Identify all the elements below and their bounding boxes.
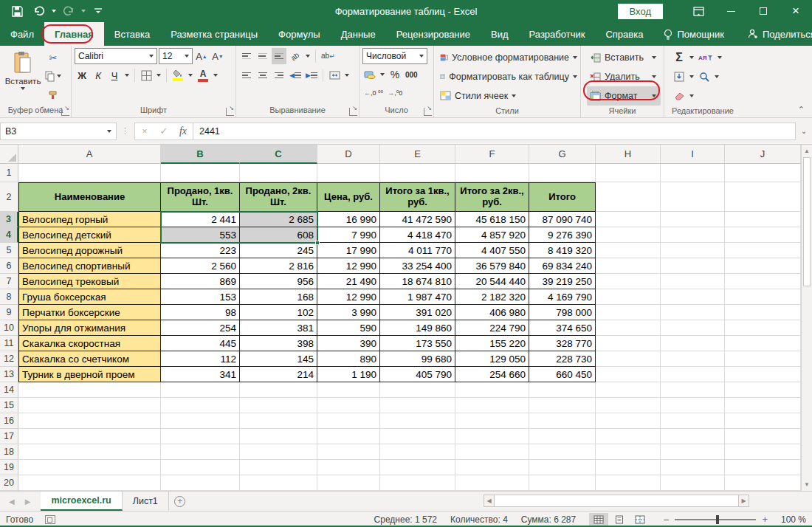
fill-down-icon[interactable] (672, 69, 687, 85)
cell-I14[interactable] (661, 382, 725, 398)
column-header-A[interactable]: A (18, 145, 161, 164)
cell-C12[interactable]: 145 (240, 351, 317, 367)
row-header-15[interactable]: 15 (0, 398, 18, 413)
cell-D20[interactable] (317, 475, 380, 491)
align-right-icon[interactable] (272, 67, 286, 83)
cell-A14[interactable] (18, 382, 161, 398)
font-dialog-launcher-icon[interactable] (226, 108, 234, 116)
cell-B2[interactable]: Продано, 1кв. Шт. (161, 182, 240, 212)
cell-H3[interactable] (596, 212, 661, 227)
cell-J13[interactable] (725, 367, 801, 382)
cell-D16[interactable] (317, 413, 380, 429)
cell-J9[interactable] (725, 305, 801, 320)
increase-font-icon[interactable]: A▲ (194, 48, 209, 64)
cell-F19[interactable] (455, 460, 529, 475)
cell-E3[interactable]: 41 472 590 (380, 212, 455, 227)
cell-H14[interactable] (596, 382, 661, 398)
cell-A15[interactable] (18, 398, 161, 413)
tab-review[interactable]: Рецензирование (386, 22, 481, 46)
font-color-icon[interactable]: А (196, 67, 210, 83)
cell-B11[interactable]: 445 (161, 336, 240, 351)
cell-I12[interactable] (661, 351, 725, 367)
cell-E19[interactable] (380, 460, 455, 475)
cell-H5[interactable] (596, 243, 661, 258)
cell-B19[interactable] (161, 460, 240, 475)
cell-E7[interactable]: 18 674 810 (380, 274, 455, 289)
normal-view-icon[interactable] (589, 513, 608, 526)
cell-J2[interactable] (725, 182, 801, 212)
column-header-C[interactable]: C (240, 145, 317, 164)
cell-B8[interactable]: 153 (161, 289, 240, 305)
undo-caret-icon[interactable] (52, 10, 56, 13)
row-header-16[interactable]: 16 (0, 413, 18, 429)
cell-C1[interactable] (240, 164, 317, 182)
scroll-left-icon[interactable]: ◀ (484, 495, 495, 507)
format-as-table-button[interactable]: Форматировать как таблицу (440, 67, 577, 86)
sort-caret-icon[interactable] (716, 49, 723, 66)
increase-indent-icon[interactable]: ▶ (304, 67, 319, 83)
cell-E12[interactable]: 99 680 (380, 351, 455, 367)
cell-I17[interactable] (661, 429, 725, 444)
expand-formula-bar-icon[interactable]: ⌄ (796, 127, 812, 135)
cell-G15[interactable] (529, 398, 596, 413)
cell-J5[interactable] (725, 243, 801, 258)
cell-H17[interactable] (596, 429, 661, 444)
number-dialog-launcher-icon[interactable] (424, 108, 432, 116)
cell-C17[interactable] (240, 429, 317, 444)
increase-decimal-icon[interactable]: ←,0 ⁰⁰ (362, 85, 385, 101)
cell-C3[interactable]: 2 685 (240, 212, 317, 227)
cell-H6[interactable] (596, 258, 661, 274)
cell-H7[interactable] (596, 274, 661, 289)
row-header-14[interactable]: 14 (0, 382, 18, 398)
cell-G14[interactable] (529, 382, 596, 398)
align-center-icon[interactable] (255, 67, 270, 83)
row-header-19[interactable]: 19 (0, 460, 18, 475)
cell-E20[interactable] (380, 475, 455, 491)
row-header-5[interactable]: 5 (0, 243, 18, 258)
cell-C2[interactable]: Продано, 2кв. Шт. (240, 182, 317, 212)
cell-H8[interactable] (596, 289, 661, 305)
cell-I15[interactable] (661, 398, 725, 413)
cell-styles-button[interactable]: Стили ячеек (440, 86, 577, 106)
row-header-4[interactable]: 4 (0, 227, 18, 243)
cell-D13[interactable]: 1 190 (317, 367, 380, 382)
row-header-11[interactable]: 11 (0, 336, 18, 351)
cell-A4[interactable]: Велосипед детский (18, 227, 161, 243)
cell-E1[interactable] (380, 164, 455, 182)
cell-H2[interactable] (596, 182, 661, 212)
cell-J16[interactable] (725, 413, 801, 429)
tab-help[interactable]: Справка (595, 22, 653, 46)
decrease-font-icon[interactable]: A▼ (210, 48, 225, 64)
cell-F16[interactable] (455, 413, 529, 429)
cell-H4[interactable] (596, 227, 661, 243)
cell-F8[interactable]: 2 182 320 (455, 289, 529, 305)
borders-caret-icon[interactable] (155, 67, 162, 83)
cell-E17[interactable] (380, 429, 455, 444)
clipboard-dialog-launcher-icon[interactable] (61, 108, 69, 116)
cell-H13[interactable] (596, 367, 661, 382)
find-select-icon[interactable] (697, 69, 712, 85)
delete-cells-button[interactable]: Удалить (587, 67, 661, 86)
row-header-18[interactable]: 18 (0, 444, 18, 460)
cell-A1[interactable] (18, 164, 161, 182)
undo-icon[interactable] (30, 2, 49, 20)
cell-C9[interactable]: 102 (240, 305, 317, 320)
clear-caret-icon[interactable] (688, 88, 695, 104)
cell-D4[interactable]: 7 990 (317, 227, 380, 243)
zoom-slider[interactable] (675, 519, 756, 520)
cell-G11[interactable]: 328 770 (529, 336, 596, 351)
tab-data[interactable]: Данные (331, 22, 386, 46)
font-size-select[interactable]: 12 (159, 48, 193, 64)
cancel-entry-icon[interactable]: × (135, 125, 154, 137)
autosum-icon[interactable]: Σ (672, 49, 687, 66)
number-format-select[interactable]: Числовой (362, 48, 427, 64)
cell-J11[interactable] (725, 336, 801, 351)
cell-A19[interactable] (18, 460, 161, 475)
cell-B14[interactable] (161, 382, 240, 398)
zoom-slider-thumb[interactable] (716, 515, 719, 524)
cell-B20[interactable] (161, 475, 240, 491)
cell-G17[interactable] (529, 429, 596, 444)
save-icon[interactable] (7, 2, 27, 20)
cell-F3[interactable]: 45 618 150 (455, 212, 529, 227)
cell-B13[interactable]: 341 (161, 367, 240, 382)
